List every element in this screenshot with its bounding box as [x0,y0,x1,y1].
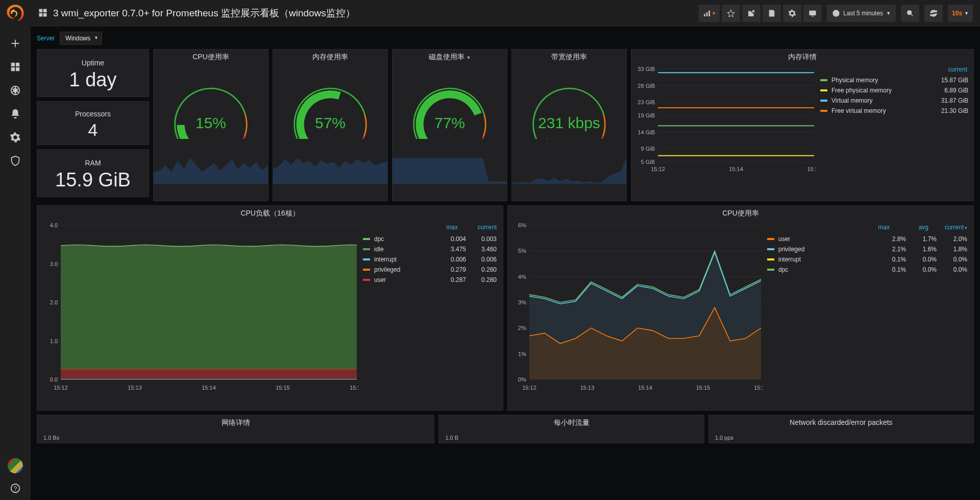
svg-text:15:13: 15:13 [128,385,142,391]
svg-rect-52 [61,369,357,370]
panel-net-err[interactable]: Network discarded/error packets 1.0 pps [708,415,974,443]
svg-text:6%: 6% [518,222,526,228]
side-nav: ? [0,0,31,500]
panel-ram[interactable]: RAM 15.9 GiB [37,149,149,197]
svg-rect-9 [39,13,43,16]
legend-item[interactable]: idle3.4753.460 [363,244,497,254]
nav-alerting[interactable] [5,103,26,125]
star-button[interactable] [722,5,740,22]
legend-item[interactable]: Virtual memory31.87 GiB [820,96,968,106]
cycle-view-button[interactable] [803,5,822,22]
variable-server-select[interactable]: Windows [60,32,102,45]
nav-configuration[interactable] [5,127,26,148]
top-bar: 3 wmi_exporter 0.7.0+ for Prometheus 监控展… [31,0,980,27]
legend-item[interactable]: dpc0.0040.003 [363,234,497,244]
refresh-interval-picker[interactable]: 10s▼ [948,5,973,22]
svg-text:3%: 3% [518,299,526,305]
nav-explore[interactable] [5,80,26,101]
refresh-button[interactable] [924,5,943,22]
svg-rect-13 [708,11,710,16]
legend-item[interactable]: Free virtual memory21.30 GiB [820,106,968,116]
svg-text:15:16: 15:16 [754,385,763,391]
panel-gauge-bandwidth[interactable]: 带宽使用率 231 kbps [511,49,627,201]
svg-rect-0 [11,63,15,66]
svg-text:3.0: 3.0 [50,261,58,267]
save-button[interactable] [763,5,781,22]
grafana-logo[interactable] [5,3,26,23]
legend-item[interactable]: interrupt0.1%0.0%0.0% [767,254,967,265]
legend-item[interactable]: privileged2.1%1.6%1.8% [767,244,967,254]
legend-item[interactable]: user0.2870.280 [363,275,497,285]
nav-create[interactable] [5,33,26,54]
panel-net-detail[interactable]: 网络详情 1.0 Bs [37,415,434,443]
uptime-value: 1 day [37,69,149,91]
svg-text:0.0: 0.0 [50,376,58,383]
svg-text:15:13: 15:13 [580,385,595,391]
gauge-cpu-value: 15% [195,114,226,132]
legend-item[interactable]: interrupt0.0060.006 [363,254,497,265]
legend-item[interactable]: Free physical memory6.89 GiB [820,85,968,96]
zoom-out-button[interactable] [901,5,919,22]
nav-dashboards[interactable] [5,56,26,78]
svg-text:1%: 1% [518,351,526,357]
dashboard-icon [38,8,48,19]
svg-text:?: ? [14,485,17,492]
panel-gauge-mem[interactable]: 内存使用率 57% [273,49,388,201]
svg-text:15:15: 15:15 [276,385,290,391]
time-range-picker[interactable]: Last 5 minutes ▼ [827,5,896,22]
svg-text:19 GiB: 19 GiB [638,112,655,118]
cpu-load-legend: maxcurrentdpc0.0040.003idle3.4753.460int… [363,222,497,407]
settings-button[interactable] [783,5,801,22]
panel-processors[interactable]: Processors 4 [37,101,149,145]
nav-help[interactable]: ? [5,478,26,499]
ram-value: 15.9 GiB [37,169,149,191]
nav-server-admin[interactable] [5,150,26,172]
legend-item[interactable]: privileged0.2790.260 [363,265,497,275]
svg-text:4%: 4% [518,274,526,280]
svg-text:1.0: 1.0 [50,338,58,344]
dashboard-title[interactable]: 3 wmi_exporter 0.7.0+ for Prometheus 监控展… [53,7,355,20]
clock-icon [832,9,840,17]
svg-text:2.0: 2.0 [50,299,58,305]
legend-item[interactable]: Physical memory15.87 GiB [820,75,968,85]
panel-mem-detail[interactable]: 内存详情 5 GiB9 GiB14 GiB19 GiB23 GiB28 GiB3… [631,49,974,201]
panel-cpu-use[interactable]: CPU使用率 0%1%2%3%4%5%6%15:1215:1315:1415:1… [507,205,974,411]
panel-cpu-load[interactable]: CPU负载（16核） 0.01.02.03.04.015:1215:1315:1… [37,205,503,411]
svg-text:5 GiB: 5 GiB [641,159,655,165]
dashboard-content: Server Windows Uptime 1 day Processors 4… [31,27,980,500]
legend-item[interactable]: dpc0.1%0.0%0.0% [767,265,967,275]
svg-text:33 GiB: 33 GiB [638,66,655,72]
svg-text:15:14: 15:14 [729,166,743,172]
svg-rect-15 [810,11,816,15]
variable-label: Server [37,35,55,42]
svg-text:5%: 5% [518,248,526,254]
svg-rect-11 [704,14,705,16]
svg-rect-14 [770,14,773,16]
legend-item[interactable]: user2.8%1.7%2.0% [767,234,967,244]
svg-text:0%: 0% [518,376,526,383]
svg-text:15:12: 15:12 [54,385,68,391]
processors-value: 4 [37,120,149,140]
cpu-use-legend: maxavgcurrentuser2.8%1.7%2.0%privileged2… [767,222,967,407]
svg-rect-12 [706,12,708,16]
svg-rect-51 [61,369,357,379]
panel-gauge-disk[interactable]: 磁盘使用率▼ 77% [392,49,507,201]
svg-text:15:15: 15:15 [696,385,710,391]
svg-text:15:16: 15:16 [350,385,359,391]
svg-rect-3 [16,67,19,71]
svg-text:14 GiB: 14 GiB [638,129,655,135]
svg-rect-2 [11,67,15,71]
svg-text:23 GiB: 23 GiB [638,99,655,105]
gauge-bw-value: 231 kbps [538,114,600,132]
svg-text:28 GiB: 28 GiB [638,83,655,89]
gauge-mem-value: 57% [315,114,346,132]
panel-gauge-cpu[interactable]: CPU使用率 15% [153,49,268,201]
mem-detail-legend: current Physical memory15.87 GiBFree phy… [820,66,968,198]
add-panel-button[interactable]: + [699,5,720,22]
panel-traffic[interactable]: 每小时流量 1.0 B [438,415,704,443]
svg-rect-50 [61,246,357,369]
share-button[interactable] [742,5,761,22]
panel-uptime[interactable]: Uptime 1 day [37,49,149,97]
time-range-label: Last 5 minutes [843,10,883,17]
user-avatar[interactable] [8,458,23,473]
